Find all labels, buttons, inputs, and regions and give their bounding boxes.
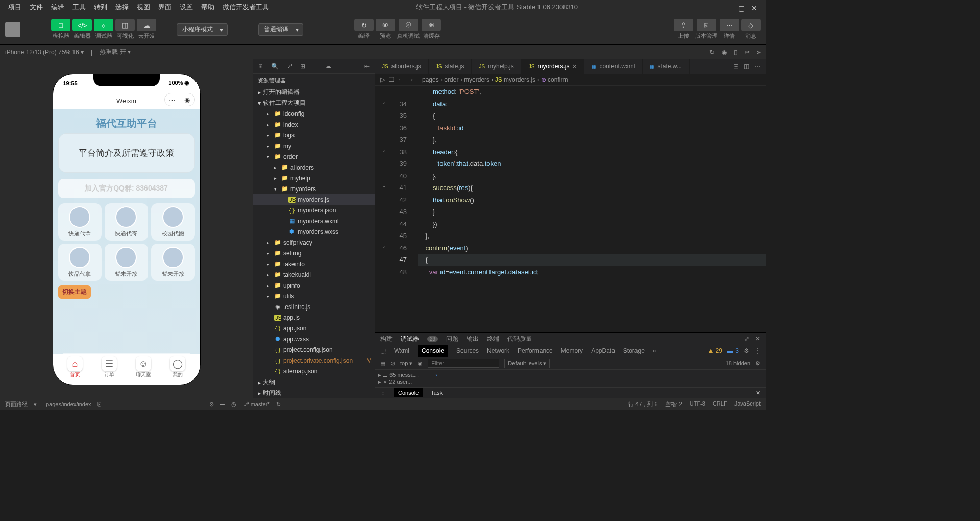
page-path[interactable]: pages/index/index: [46, 401, 91, 407]
debug-tab[interactable]: 构建: [380, 335, 393, 343]
phone-tab[interactable]: ☰订单: [102, 356, 117, 378]
debug-tab[interactable]: 代码质量: [507, 335, 532, 343]
menu-icon[interactable]: ⋮: [754, 347, 761, 354]
git-branch[interactable]: ⎇ master*: [242, 401, 270, 408]
service-cell[interactable]: 快递代寄: [105, 203, 148, 241]
file-tree-item[interactable]: { }app.json: [253, 323, 375, 334]
close-icon[interactable]: ✕: [755, 335, 761, 342]
file-tree-item[interactable]: ▸📁setting: [253, 248, 375, 258]
menu-item[interactable]: 帮助: [197, 3, 218, 12]
toolbar-button[interactable]: </>编辑器: [72, 19, 92, 40]
warning-count[interactable]: ▲ 29: [707, 347, 722, 354]
menu-item[interactable]: 设置: [176, 3, 197, 12]
user-avatar[interactable]: [5, 22, 20, 37]
files-icon[interactable]: 🗎: [258, 63, 264, 70]
settings-icon[interactable]: ⚙: [755, 360, 761, 367]
context-select[interactable]: top ▾: [400, 360, 412, 367]
more-tabs-icon[interactable]: »: [653, 347, 656, 354]
mode-select[interactable]: 小程序模式: [177, 23, 228, 36]
toolbar-button[interactable]: ⇪上传: [674, 19, 693, 40]
file-tree-item[interactable]: ▾📁order: [253, 151, 375, 162]
file-tree-item[interactable]: JSmyorders.js: [253, 194, 375, 205]
file-tree-item[interactable]: ▦myorders.wxml: [253, 216, 375, 226]
drawer-tab[interactable]: Console: [394, 388, 423, 397]
bookmark-icon[interactable]: ☐: [388, 76, 395, 83]
toolbar-button[interactable]: ☁云开发: [137, 19, 156, 40]
intro-card[interactable]: 平台简介及所需遵守政策: [58, 133, 195, 173]
editor-tab[interactable]: JSallorders.js: [375, 59, 429, 74]
refresh-icon[interactable]: ↻: [709, 49, 715, 56]
device-select[interactable]: iPhone 12/13 (Pro) 75% 16 ▾: [5, 49, 84, 56]
cursor-position[interactable]: 行 47，列 6: [628, 400, 657, 408]
debug-tab[interactable]: 终端: [487, 335, 499, 343]
file-tree-item[interactable]: ▸📁selfprivacy: [253, 237, 375, 248]
file-tree-item[interactable]: ▾📁myorders: [253, 183, 375, 194]
language-info[interactable]: JavaScript: [734, 400, 761, 408]
info-count[interactable]: ▬ 3: [727, 347, 739, 354]
code-lines[interactable]: method: 'POST', data: { 'taskId':id }, h…: [413, 86, 766, 332]
eye-icon[interactable]: ◉: [418, 360, 423, 367]
drawer-close-icon[interactable]: ✕: [756, 390, 761, 396]
more-icon[interactable]: »: [757, 49, 761, 56]
hidden-count[interactable]: 18 hidden: [726, 360, 750, 366]
filter-input[interactable]: [428, 359, 499, 368]
compare-icon[interactable]: ⊟: [733, 63, 739, 70]
console-output[interactable]: ›: [431, 370, 766, 387]
devtools-tab[interactable]: Console: [418, 345, 448, 357]
status-icon[interactable]: ⊘: [209, 401, 214, 408]
toolbar-button[interactable]: ≋清缓存: [422, 19, 441, 40]
debug-tab[interactable]: 调试器: [401, 335, 419, 343]
menu-item[interactable]: 界面: [154, 3, 176, 12]
service-cell[interactable]: 快递代拿: [58, 203, 102, 241]
menu-item[interactable]: 文件: [26, 3, 47, 12]
toolbar-button[interactable]: ⟐调试器: [94, 19, 113, 40]
settings-icon[interactable]: ⚙: [744, 347, 749, 354]
file-tree-item[interactable]: ◉.eslintrc.js: [253, 301, 375, 312]
more-icon[interactable]: ⋯: [364, 77, 370, 84]
file-tree-item[interactable]: ▸📁utils: [253, 291, 375, 301]
debug-tab[interactable]: 问题: [446, 335, 458, 343]
outline-section[interactable]: ▸ 大纲: [253, 377, 375, 388]
editor-tab[interactable]: JSstate.js: [429, 59, 472, 74]
encoding-info[interactable]: UTF-8: [690, 400, 705, 408]
toolbar-button[interactable]: ◫可视化: [115, 19, 135, 40]
phone-tab[interactable]: ◯我的: [170, 356, 185, 378]
copy-icon[interactable]: ⎘: [97, 401, 101, 407]
devtools-tab[interactable]: Wxml: [394, 347, 409, 354]
theme-button[interactable]: 切换主题: [58, 285, 91, 299]
maximize-icon[interactable]: ▢: [738, 4, 744, 10]
timeline-section[interactable]: ▸ 时间线: [253, 388, 375, 398]
indent-info[interactable]: 空格: 2: [665, 400, 682, 408]
file-tree-item[interactable]: { }myorders.json: [253, 205, 375, 216]
devtools-tab[interactable]: Performance: [518, 347, 553, 354]
file-tree-item[interactable]: ▸📁my: [253, 140, 375, 151]
status-icon[interactable]: ☰: [220, 401, 225, 408]
project-section[interactable]: ▾ 软件工程大项目: [253, 98, 375, 108]
phone-icon[interactable]: ▯: [734, 49, 738, 56]
clear-icon[interactable]: ⊘: [390, 360, 395, 367]
inspect-icon[interactable]: ⬚: [380, 347, 386, 354]
run-icon[interactable]: ▷: [380, 76, 385, 83]
toolbar-button[interactable]: ⎘版本管理: [695, 19, 718, 40]
sync-icon[interactable]: ↻: [276, 401, 281, 408]
phone-tab[interactable]: ⌂首页: [67, 356, 83, 378]
split-icon[interactable]: ◫: [744, 63, 749, 70]
file-tree-item[interactable]: { }project.config.json: [253, 344, 375, 355]
expand-icon[interactable]: ⤢: [744, 335, 749, 342]
service-cell[interactable]: 暂未开放: [105, 244, 148, 281]
back-icon[interactable]: ←: [398, 76, 404, 83]
forward-icon[interactable]: →: [407, 76, 414, 83]
toolbar-button[interactable]: ◇消息: [741, 19, 761, 40]
ext-icon[interactable]: ⊞: [300, 63, 305, 70]
editor-tab[interactable]: ▦state.w...: [643, 59, 689, 74]
editor-tab[interactable]: ▦content.wxml: [584, 59, 643, 74]
toggle-icon[interactable]: ⇤: [364, 63, 370, 70]
toolbar-button[interactable]: □模拟器: [51, 19, 70, 40]
file-tree-item[interactable]: { }project.private.config.jsonM: [253, 355, 375, 366]
menu-item[interactable]: 工具: [68, 3, 90, 12]
service-cell[interactable]: 饮品代拿: [58, 244, 102, 281]
qq-banner[interactable]: 加入官方QQ群: 83604387: [58, 179, 195, 198]
file-tree-item[interactable]: ▸📁upinfo: [253, 280, 375, 291]
cut-icon[interactable]: ✂: [745, 49, 750, 56]
cloud-icon[interactable]: ☁: [325, 63, 331, 70]
